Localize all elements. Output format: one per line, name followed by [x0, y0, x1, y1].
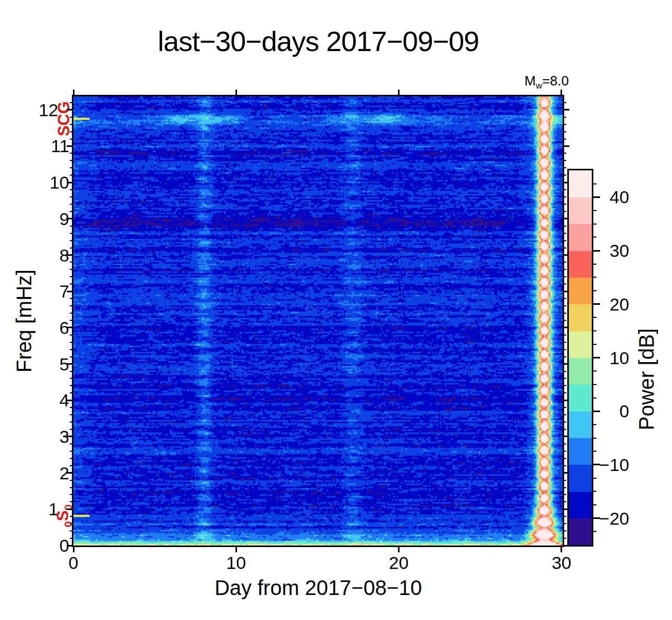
y-minor-tick-left: [70, 204, 73, 205]
colorbar-minor-tick: [592, 398, 596, 399]
x-major-tick-top: [73, 90, 74, 96]
y-minor-tick-right: [563, 139, 566, 140]
y-minor-tick-right: [563, 262, 566, 263]
y-minor-tick-left: [70, 494, 73, 495]
y-minor-tick-right: [563, 117, 566, 118]
y-minor-tick-left: [70, 305, 73, 306]
y-minor-tick-left: [70, 451, 73, 452]
y-minor-tick-right: [563, 378, 566, 379]
y-minor-tick-left: [70, 298, 73, 299]
y-minor-tick-left: [70, 160, 73, 161]
y-minor-tick-left: [70, 233, 73, 234]
colorbar-tick-label: 30: [562, 240, 629, 261]
colorbar-minor-tick: [592, 264, 596, 265]
y-minor-tick-right: [563, 320, 566, 321]
x-axis-title: Day from 2017−08−10: [105, 576, 532, 600]
y-minor-tick-right: [563, 211, 566, 212]
y-minor-tick-right: [563, 233, 566, 234]
colorbar-minor-tick: [592, 290, 596, 291]
colorbar-minor-tick: [592, 438, 596, 439]
y-minor-tick-left: [70, 196, 73, 197]
y-tick-label: 1: [0, 499, 58, 519]
y-minor-tick-left: [70, 487, 73, 488]
y-minor-tick-left: [70, 240, 73, 241]
y-minor-tick-right: [563, 269, 566, 270]
colorbar-minor-tick: [592, 451, 596, 452]
y-minor-tick-left: [70, 175, 73, 176]
colorbar-tick-label: 20: [562, 294, 629, 315]
y-minor-tick-left: [70, 102, 73, 103]
y-minor-tick-right: [563, 226, 566, 227]
y-minor-tick-left: [70, 530, 73, 531]
scg-frequency-marker-line: [73, 118, 90, 120]
y-minor-tick-left: [70, 283, 73, 284]
figure: last−30−days 2017−09−09 SCG 0S0 Mw=8.0 D…: [0, 0, 672, 620]
y-minor-tick-left: [70, 378, 73, 379]
x-major-tick-top: [561, 90, 562, 96]
y-tick-label: 3: [7, 426, 69, 447]
x-major-tick-bottom: [561, 545, 562, 552]
y-minor-tick-left: [70, 385, 73, 386]
y-tick-label: 4: [7, 390, 69, 411]
y-minor-tick-left: [70, 211, 73, 212]
colorbar-minor-tick: [592, 317, 596, 318]
y-minor-tick-left: [70, 167, 73, 168]
magnitude-symbol: M: [525, 73, 536, 89]
y-minor-tick-left: [70, 334, 73, 336]
y-minor-tick-left: [70, 131, 73, 132]
y-minor-tick-left: [70, 414, 73, 415]
colorbar-minor-tick: [592, 237, 596, 238]
y-minor-tick-left: [70, 356, 73, 357]
y-major-tick-left: [67, 509, 73, 510]
x-major-tick-bottom: [398, 545, 400, 552]
y-minor-tick-left: [70, 421, 73, 423]
colorbar-title: Power [dB]: [634, 262, 658, 497]
y-minor-tick-right: [563, 371, 566, 372]
y-minor-tick-right: [563, 102, 566, 103]
y-minor-tick-left: [70, 117, 73, 118]
y-minor-tick-right: [563, 429, 566, 430]
magnitude-subscript: w: [536, 81, 542, 91]
y-minor-tick-right: [563, 538, 566, 539]
y-minor-tick-left: [70, 429, 73, 430]
y-minor-tick-right: [563, 487, 566, 488]
y-minor-tick-left: [70, 320, 73, 321]
colorbar-tick-label: −20: [562, 508, 629, 529]
y-minor-tick-right: [563, 421, 566, 423]
y-minor-tick-left: [70, 465, 73, 466]
y-minor-tick-right: [563, 501, 566, 502]
magnitude-value: =8.0: [542, 73, 569, 89]
colorbar-tick-label: −10: [562, 454, 629, 475]
colorbar-minor-tick: [592, 330, 596, 331]
y-minor-tick-right: [563, 530, 566, 531]
y-minor-tick-left: [70, 392, 73, 393]
colorbar-minor-tick: [592, 370, 596, 371]
colorbar-minor-tick: [592, 277, 596, 278]
y-minor-tick-right: [563, 494, 566, 495]
y-minor-tick-left: [70, 139, 73, 140]
colorbar-minor-tick: [592, 478, 596, 479]
y-minor-tick-right: [563, 392, 566, 393]
y-minor-tick-right: [563, 342, 566, 343]
x-major-tick-top: [235, 90, 237, 96]
plot-title: last−30−days 2017−09−09: [0, 25, 637, 57]
colorbar-minor-tick: [592, 424, 596, 425]
x-tick-label: 20: [373, 552, 425, 573]
y-minor-tick-right: [563, 276, 566, 277]
colorbar-tick-label: 10: [562, 348, 629, 368]
y-minor-tick-left: [70, 480, 73, 481]
y-minor-tick-left: [70, 226, 73, 227]
x-tick-label: 30: [536, 552, 588, 573]
y-tick-label: 2: [7, 463, 69, 483]
y-minor-tick-left: [70, 262, 73, 263]
y-minor-tick-left: [70, 247, 73, 249]
y-tick-label: 9: [7, 208, 69, 229]
y-minor-tick-right: [563, 160, 566, 161]
y-major-tick-left: [67, 109, 73, 110]
y-tick-label: 0: [7, 535, 69, 556]
y-minor-tick-right: [563, 175, 566, 176]
colorbar-minor-tick: [592, 224, 596, 225]
y-tick-label: 6: [7, 317, 69, 338]
y-minor-tick-left: [70, 538, 73, 539]
y-tick-label: 11: [7, 135, 69, 156]
